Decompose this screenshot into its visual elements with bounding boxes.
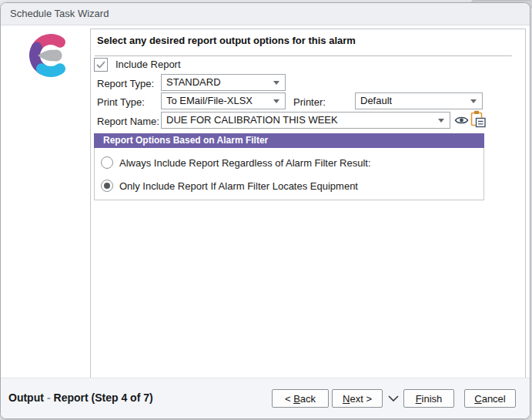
printer-value: Default (360, 93, 392, 109)
wizard-step-status: Output-Report (Step 4 of 7) (8, 391, 153, 404)
print-type-value: To EMail/File-XLSX (166, 93, 253, 109)
report-type-select[interactable]: STANDARD (161, 74, 286, 91)
eye-icon (454, 115, 469, 126)
check-icon (96, 61, 105, 69)
report-type-label: Report Type: (97, 78, 154, 89)
printer-select[interactable]: Default (355, 92, 483, 109)
app-logo (22, 31, 79, 80)
chevron-down-icon (388, 395, 399, 402)
printer-label: Printer: (293, 96, 326, 108)
report-type-value: STANDARD (166, 75, 221, 90)
radio-icon[interactable] (101, 156, 113, 169)
report-name-value: DUE FOR CALIBRATION THIS WEEK (166, 113, 338, 128)
finish-button[interactable]: Finish (403, 389, 454, 408)
report-name-select[interactable]: DUE FOR CALIBRATION THIS WEEK (161, 112, 450, 129)
chevron-down-icon (470, 99, 477, 103)
status-separator: - (44, 391, 54, 404)
radio-option-label: Always Include Report Regardless of Alar… (119, 157, 371, 169)
status-section: Output (8, 391, 44, 404)
print-type-label: Print Type: (97, 96, 145, 108)
radio-option-label: Only Include Report If Alarm Filter Loca… (119, 180, 358, 192)
title-bar: Schedule Task Wizard (1, 3, 530, 25)
paste-report-button[interactable] (470, 110, 486, 128)
include-report-label: Include Report (115, 59, 181, 70)
include-report-checkbox[interactable] (94, 58, 108, 72)
chevron-down-icon (273, 99, 279, 103)
footer-bar: Output-Report (Step 4 of 7) < Back Next … (1, 378, 530, 418)
next-button[interactable]: Next > (332, 389, 383, 408)
chevron-down-icon (438, 119, 444, 123)
content-panel: Select any desired report output options… (90, 29, 526, 381)
schedule-task-wizard-window: Schedule Task Wizard Select any desired … (0, 2, 530, 419)
alarm-filter-groupbox: Always Include Report Regardless of Alar… (94, 148, 484, 200)
clipboard-paste-icon (470, 110, 486, 128)
alarm-filter-group-title: Report Options Based on Alarm Filter (103, 133, 268, 148)
report-name-label: Report Name: (97, 116, 159, 127)
radio-icon-selected[interactable] (101, 180, 113, 192)
alarm-filter-group-header: Report Options Based on Alarm Filter (94, 133, 484, 148)
next-options-dropdown[interactable] (385, 389, 402, 408)
instruction-heading: Select any desired report output options… (97, 35, 356, 46)
status-step: Report (Step 4 of 7) (54, 391, 153, 404)
window-title: Schedule Task Wizard (10, 3, 109, 25)
back-button[interactable]: < Back (272, 389, 329, 408)
preview-report-button[interactable] (454, 115, 469, 126)
cancel-button[interactable]: Cancel (464, 389, 516, 408)
chevron-down-icon (273, 81, 279, 85)
heading-separator (95, 55, 512, 56)
print-type-select[interactable]: To EMail/File-XLSX (161, 92, 286, 109)
